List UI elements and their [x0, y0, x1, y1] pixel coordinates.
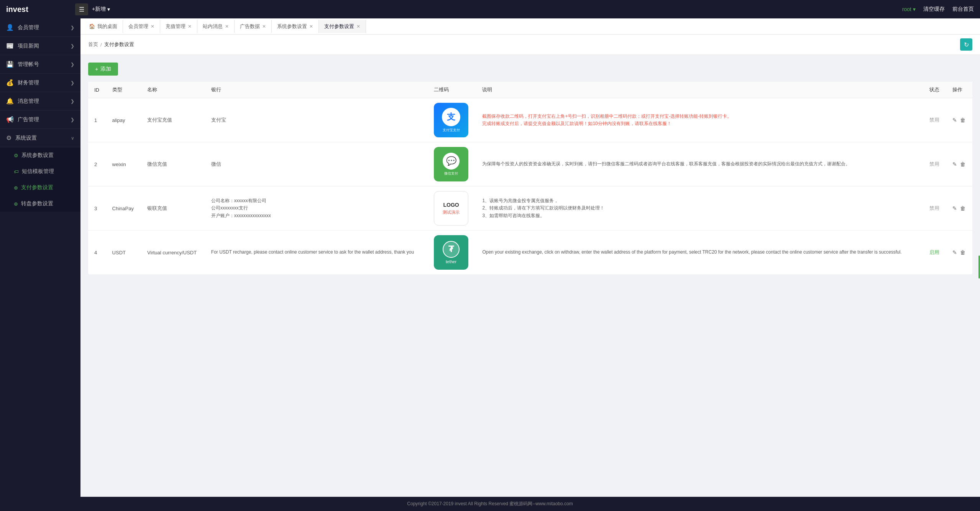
tab-site-messages[interactable]: 站内消息 ✕: [197, 20, 235, 33]
sidebar-item-label: 项目新闻: [18, 43, 67, 49]
chevron-down-icon: ∨: [71, 135, 74, 141]
alipay-char: 支: [447, 111, 455, 123]
sidebar-item-label: 会员管理: [18, 24, 67, 31]
settings-icon: ⚙: [6, 134, 11, 142]
clear-cache-button[interactable]: 清空缓存: [923, 6, 945, 13]
cell-bank-detail: 公司名称：xxxxxx有限公司公司xxxxxxxx支行开户账户：xxxxxxxx…: [205, 186, 428, 231]
status-badge: 禁用: [929, 205, 939, 211]
sidebar-item-pay-params[interactable]: ⊕ 支付参数设置: [0, 180, 80, 196]
tab-close-icon[interactable]: ✕: [262, 24, 266, 29]
sidebar-item-message[interactable]: 🔔 消息管理 ❯: [0, 92, 80, 110]
sidebar-item-sys-params[interactable]: ⚙ 系统参数设置: [0, 147, 80, 163]
tab-close-icon[interactable]: ✕: [225, 24, 229, 29]
chinapay-description: 1、该账号为兆微金投专属充值服务，2、转账成功后，请在下方填写汇款说明以便财务及…: [482, 197, 917, 219]
table-row: 1 alipay 支付宝充值 支付宝 支 支付宝支付: [88, 98, 972, 142]
tab-close-icon[interactable]: ✕: [151, 24, 154, 29]
sidebar-item-wheel-params[interactable]: ⊕ 转盘参数设置: [0, 196, 80, 212]
sidebar-item-admin[interactable]: 💾 管理帐号 ❯: [0, 55, 80, 74]
sidebar-item-finance[interactable]: 💰 财务管理 ❯: [0, 74, 80, 92]
sidebar-item-member[interactable]: 👤 会员管理 ❯: [0, 18, 80, 37]
edit-button[interactable]: ✎: [952, 117, 957, 123]
usdt-description: Open your existing exchange, click on wi…: [482, 249, 917, 256]
tether-symbol: ₮: [448, 244, 454, 254]
cell-qr: ₮ tether: [428, 231, 476, 275]
chinapay-logo-image: LOGO 测试演示: [434, 191, 468, 226]
frontend-button[interactable]: 前台首页: [952, 6, 974, 13]
status-badge: 禁用: [929, 117, 939, 123]
tab-label: 我的桌面: [97, 23, 117, 30]
tab-pay-params[interactable]: 支付参数设置 ✕: [319, 20, 366, 33]
breadcrumb-bar: 首页 / 支付参数设置 ↻: [80, 35, 980, 55]
cell-id: 2: [88, 142, 106, 186]
new-btn-arrow: ▾: [107, 6, 110, 12]
sms-icon: 🏷: [14, 169, 19, 175]
tabs-bar: 🏠 我的桌面 会员管理 ✕ 充值管理 ✕ 站内消息 ✕ 广告数据 ✕ 系统参数设…: [80, 18, 980, 35]
tab-close-icon[interactable]: ✕: [309, 24, 313, 29]
finance-icon: 💰: [6, 79, 14, 86]
cell-id: 3: [88, 186, 106, 231]
cell-desc: Open your existing exchange, click on wi…: [476, 231, 923, 275]
col-header-desc: 说明: [476, 82, 923, 98]
hamburger-button[interactable]: ☰: [75, 3, 88, 15]
new-button[interactable]: +新增 ▾: [92, 6, 110, 13]
tab-label: 系统参数设置: [277, 23, 307, 30]
col-header-name: 名称: [141, 82, 205, 98]
chevron-right-icon: ❯: [71, 43, 74, 49]
tab-member-mgmt[interactable]: 会员管理 ✕: [123, 20, 160, 33]
delete-button[interactable]: 🗑: [960, 249, 965, 256]
tab-home[interactable]: 🏠 我的桌面: [84, 20, 123, 33]
chevron-right-icon: ❯: [71, 117, 74, 122]
cell-status: 禁用: [923, 186, 946, 231]
cell-actions: ✎ 🗑: [946, 98, 972, 142]
sidebar-item-project[interactable]: 📰 项目新闻 ❯: [0, 37, 80, 55]
user-info[interactable]: root ▾: [902, 6, 916, 12]
sidebar-item-sms-template[interactable]: 🏷 短信模板管理: [0, 163, 80, 180]
cell-qr: LOGO 测试演示: [428, 186, 476, 231]
wechat-qr-image: 💬 微信支付: [434, 147, 468, 181]
status-badge: 启用: [929, 249, 939, 255]
delete-button[interactable]: 🗑: [960, 117, 965, 123]
breadcrumb-home[interactable]: 首页: [88, 41, 98, 48]
footer-text: Copyright ©2017-2019 invest All Rights R…: [407, 501, 573, 506]
sidebar-item-settings[interactable]: ⚙ 系统设置 ∨: [0, 129, 80, 147]
chevron-right-icon: ❯: [71, 25, 74, 30]
cell-actions: ✎ 🗑: [946, 142, 972, 186]
top-header: invest ☰ +新增 ▾ root ▾ 清空缓存 前台首页: [0, 0, 980, 18]
wechat-description: 为保障每个投资人的投资资金准确无误，实时到账，请扫一扫微信客服二维码或者咨询平台…: [482, 160, 917, 168]
cell-qr: 支 支付宝支付: [428, 98, 476, 142]
cell-name: 银联充值: [141, 186, 205, 231]
cell-type: USDT: [106, 231, 141, 275]
member-icon: 👤: [6, 24, 14, 31]
tab-sys-params[interactable]: 系统参数设置 ✕: [272, 20, 319, 33]
col-header-bank: 银行: [205, 82, 428, 98]
sys-params-icon: ⚙: [14, 153, 18, 158]
cell-bank: 支付宝: [205, 98, 428, 142]
edit-button[interactable]: ✎: [952, 249, 957, 256]
cell-bank: 微信: [205, 142, 428, 186]
action-buttons: ✎ 🗑: [952, 205, 966, 211]
header-right: root ▾ 清空缓存 前台首页: [902, 6, 974, 13]
refresh-button[interactable]: ↻: [960, 38, 972, 51]
tab-close-icon[interactable]: ✕: [188, 24, 192, 29]
alipay-qr-image: 支 支付宝支付: [434, 103, 468, 137]
tether-logo-image: ₮ tether: [434, 235, 468, 270]
sidebar-item-label: 广告管理: [18, 116, 67, 123]
chevron-right-icon: ❯: [71, 80, 74, 86]
tab-close-icon[interactable]: ✕: [356, 24, 360, 29]
sidebar-item-ads[interactable]: 📢 广告管理 ❯: [0, 110, 80, 129]
delete-button[interactable]: 🗑: [960, 205, 965, 211]
tab-ad-data[interactable]: 广告数据 ✕: [235, 20, 272, 33]
sub-item-label: 短信模板管理: [22, 168, 54, 175]
tab-recharge-mgmt[interactable]: 充值管理 ✕: [160, 20, 197, 33]
breadcrumb-separator: /: [100, 42, 102, 48]
col-header-id: ID: [88, 82, 106, 98]
edit-button[interactable]: ✎: [952, 205, 957, 211]
tab-label: 会员管理: [128, 23, 148, 30]
cell-name: 支付宝充值: [141, 98, 205, 142]
add-button[interactable]: + 添加: [88, 63, 118, 76]
delete-button[interactable]: 🗑: [960, 161, 965, 167]
tab-label: 广告数据: [240, 23, 260, 30]
project-icon: 📰: [6, 42, 14, 49]
col-header-qr: 二维码: [428, 82, 476, 98]
edit-button[interactable]: ✎: [952, 161, 957, 167]
